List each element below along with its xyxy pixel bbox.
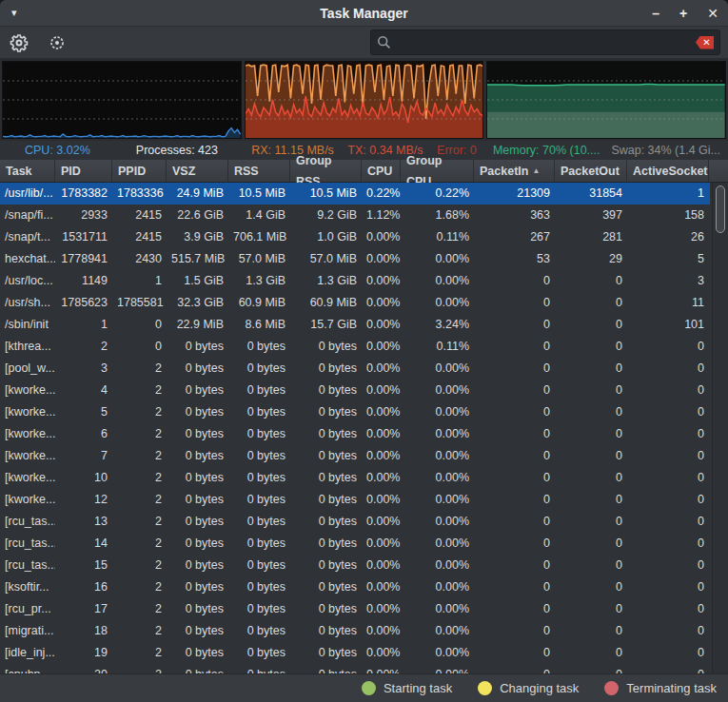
cell-group-cpu: 0.00% — [401, 620, 474, 642]
cell-rss: 10.5 MiB — [228, 183, 290, 205]
cell-pid: 3 — [55, 358, 112, 380]
column-header-activesocket[interactable]: ActiveSocket — [627, 160, 709, 182]
toolbar: ✕ — [0, 27, 728, 59]
cell-packetout: 0 — [555, 598, 627, 620]
table-row[interactable]: /usr/sh...1785623178558132.3 GiB60.9 MiB… — [0, 292, 710, 314]
cell-vsz: 24.9 MiB — [167, 183, 228, 205]
changing-task-dot-icon — [478, 681, 492, 695]
cell-task: /usr/loc... — [0, 270, 55, 292]
table-row[interactable]: [migrati...1820 bytes0 bytes0 bytes0.00%… — [0, 620, 710, 642]
cell-group-cpu: 0.00% — [401, 511, 474, 533]
cell-rss: 57.0 MiB — [228, 248, 290, 270]
cell-task: /usr/lib/... — [0, 183, 55, 205]
column-header-ppid[interactable]: PPID — [112, 160, 167, 182]
table-row[interactable]: [kworke...620 bytes0 bytes0 bytes0.00%0.… — [0, 423, 710, 445]
table-row[interactable]: /usr/loc...114911.5 GiB1.3 GiB1.3 GiB0.0… — [0, 270, 710, 292]
cell-pid: 15 — [55, 555, 112, 576]
table-row[interactable]: [rcu_tas...1420 bytes0 bytes0 bytes0.00%… — [0, 533, 710, 555]
cell-packetout: 0 — [555, 292, 627, 314]
column-header-task[interactable]: Task — [0, 160, 55, 182]
cell-cpu: 0.00% — [362, 533, 401, 555]
cell-task: hexchat... — [0, 248, 55, 270]
table-row[interactable]: /snap/t...153171124153.9 GiB706.1 MiB1.0… — [0, 226, 710, 248]
scrollbar-thumb[interactable] — [716, 185, 725, 233]
settings-button[interactable] — [8, 31, 30, 54]
statusbar: Starting taskChanging taskTerminating ta… — [0, 673, 728, 702]
cell-group-rss: 10.5 MiB — [290, 183, 362, 205]
cell-task: [cpuhp... — [0, 664, 55, 673]
cell-task: [rcu_tas... — [0, 555, 55, 576]
table-row[interactable]: [idle_inj...1920 bytes0 bytes0 bytes0.00… — [0, 642, 710, 664]
table-row[interactable]: [rcu_tas...1520 bytes0 bytes0 bytes0.00%… — [0, 555, 710, 576]
cell-vsz: 0 bytes — [167, 576, 228, 598]
cell-packetin: 0 — [474, 511, 555, 533]
cell-pid: 1778941 — [55, 248, 112, 270]
cell-packetout: 0 — [555, 467, 627, 489]
starting-task-legend: Starting task — [362, 681, 452, 695]
table-row[interactable]: [pool_w...320 bytes0 bytes0 bytes0.00%0.… — [0, 358, 710, 380]
cell-group-rss: 9.2 GiB — [290, 205, 362, 226]
column-header-packetin[interactable]: PacketIn▲ — [474, 160, 555, 182]
table-row[interactable]: [kworke...1020 bytes0 bytes0 bytes0.00%0… — [0, 467, 710, 489]
cell-activesocket: 1 — [627, 183, 709, 205]
cell-rss: 1.3 GiB — [228, 270, 290, 292]
table-row[interactable]: [kthrea...200 bytes0 bytes0 bytes0.00%0.… — [0, 336, 710, 358]
table-row[interactable]: [kworke...520 bytes0 bytes0 bytes0.00%0.… — [0, 401, 710, 423]
search-icon — [377, 35, 391, 49]
table-row[interactable]: /snap/fi...2933241522.6 GiB1.4 GiB9.2 Gi… — [0, 205, 710, 226]
cell-pid: 17 — [55, 598, 112, 620]
column-label: CPU — [367, 161, 392, 182]
cell-task: /snap/fi... — [0, 205, 55, 226]
search-input[interactable] — [397, 34, 690, 50]
maximize-button[interactable]: + — [679, 7, 687, 20]
column-header-cpu[interactable]: CPU — [362, 160, 401, 182]
cell-activesocket: 158 — [627, 205, 709, 226]
table-row[interactable]: /usr/lib/...1783382178333624.9 MiB10.5 M… — [0, 183, 710, 205]
swap-label: Swap: 34% (1.4 Gi... — [611, 141, 720, 160]
column-header-rss[interactable]: RSS — [228, 160, 290, 182]
cell-task: [kworke... — [0, 423, 55, 445]
column-header-pid[interactable]: PID — [55, 160, 112, 182]
clear-search-icon[interactable]: ✕ — [696, 36, 714, 49]
cell-cpu: 0.00% — [362, 576, 401, 598]
table-row[interactable]: [kworke...1220 bytes0 bytes0 bytes0.00%0… — [0, 489, 710, 511]
cell-rss: 0 bytes — [228, 358, 290, 380]
table-row[interactable]: hexchat...17789412430515.7 MiB57.0 MiB57… — [0, 248, 710, 270]
table-row[interactable]: /sbin/init1022.9 MiB8.6 MiB15.7 GiB0.00%… — [0, 314, 710, 336]
cell-vsz: 0 bytes — [167, 511, 228, 533]
cell-group-rss: 57.0 MiB — [290, 248, 362, 270]
cell-packetout: 0 — [555, 270, 627, 292]
column-header-group-rss[interactable]: Group RSS — [290, 160, 362, 182]
table-row[interactable]: [rcu_pr...1720 bytes0 bytes0 bytes0.00%0… — [0, 598, 710, 620]
cpu-graph — [3, 62, 241, 138]
cell-cpu: 0.00% — [362, 380, 401, 401]
column-header-packetout[interactable]: PacketOut — [555, 160, 627, 182]
table-row[interactable]: [ksoftir...1620 bytes0 bytes0 bytes0.00%… — [0, 576, 710, 598]
table-row[interactable]: [cpuhp...2020 bytes0 bytes0 bytes0.00%0.… — [0, 664, 710, 673]
cell-activesocket: 0 — [627, 445, 709, 467]
cell-group-rss: 1.0 GiB — [290, 226, 362, 248]
cell-activesocket: 0 — [627, 380, 709, 401]
window-title: Task Manager — [0, 6, 728, 21]
table-row[interactable]: [rcu_tas...1320 bytes0 bytes0 bytes0.00%… — [0, 511, 710, 533]
cell-pid: 12 — [55, 489, 112, 511]
cell-cpu: 0.00% — [362, 598, 401, 620]
cell-group-rss: 0 bytes — [290, 598, 362, 620]
cell-group-cpu: 0.11% — [401, 226, 474, 248]
cell-cpu: 0.00% — [362, 555, 401, 576]
table-row[interactable]: [kworke...720 bytes0 bytes0 bytes0.00%0.… — [0, 445, 710, 467]
cell-vsz: 32.3 GiB — [167, 292, 228, 314]
cell-cpu: 0.00% — [362, 314, 401, 336]
cell-cpu: 0.00% — [362, 336, 401, 358]
column-header-group-cpu[interactable]: Group CPU — [401, 160, 474, 182]
cell-cpu: 0.00% — [362, 664, 401, 673]
terminating-task-dot-icon — [604, 681, 619, 695]
cell-group-rss: 0 bytes — [290, 336, 362, 358]
minimize-button[interactable]: – — [652, 7, 659, 20]
vertical-scrollbar[interactable] — [712, 183, 728, 673]
identify-window-button[interactable] — [46, 31, 69, 54]
table-row[interactable]: [kworke...420 bytes0 bytes0 bytes0.00%0.… — [0, 380, 710, 401]
close-button[interactable]: ✕ — [707, 7, 718, 20]
column-header-vsz[interactable]: VSZ — [167, 160, 228, 182]
cell-vsz: 0 bytes — [167, 358, 228, 380]
